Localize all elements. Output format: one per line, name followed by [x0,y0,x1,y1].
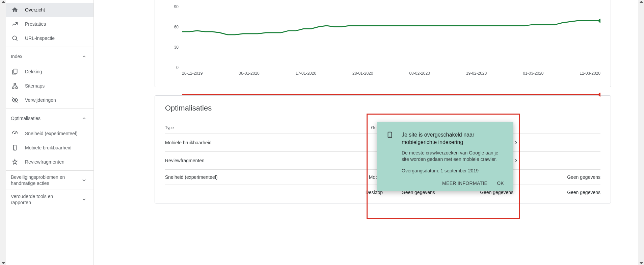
cell-trend: Geen gegevens [513,185,600,200]
home-icon [11,6,18,13]
svg-rect-2 [14,83,16,85]
svg-point-0 [12,36,17,40]
chevron-right-icon [513,152,600,170]
chevron-down-icon [81,177,87,183]
visibility-off-icon [11,97,18,103]
x-tick-label: 01-03-2020 [523,71,543,78]
toast-date: Overgangsdatum: 1 september 2019 [402,168,504,174]
section-label: Verouderde tools en rapporten [11,193,72,206]
svg-rect-4 [16,87,18,88]
svg-point-7 [15,133,16,134]
trending-up-icon [11,21,18,27]
nav-item-removals[interactable]: Verwijderingen [6,93,93,107]
y-tick-label: 30 [174,45,179,50]
section-header-index[interactable]: Index [6,48,93,65]
nav-item-overview[interactable]: Overzicht [6,3,93,17]
search-icon [11,35,18,42]
divider [6,109,93,109]
sidebar: Overzicht Prestaties URL-inspectie Index… [6,0,94,265]
coverage-chart [182,7,600,97]
pages-icon [11,68,18,75]
section-header-legacy[interactable]: Verouderde tools en rapporten [6,191,93,208]
cell-type: Snelheid (experimenteel) [165,170,318,185]
chevron-right-icon [513,134,600,152]
x-tick-label: 19-02-2020 [466,71,487,78]
smartphone-icon [11,144,18,151]
chart-card: 9060300 26-12-201906-01-202017-01-202028… [155,0,611,87]
x-tick-label: 08-02-2020 [409,71,430,78]
svg-rect-3 [12,87,14,88]
notification-toast: Je site is overgeschakeld naar mobielger… [377,122,513,191]
nav-label: Sitemaps [25,83,45,89]
x-tick-label: 12-03-2020 [580,71,600,78]
nav-label: Mobiele bruikbaarheid [25,145,72,150]
nav-label: Verwijderingen [25,97,56,103]
svg-rect-1 [14,69,17,74]
y-tick-label: 60 [174,25,179,29]
nav-item-review-snippets[interactable]: Reviewfragmenten [6,155,93,169]
nav-label: Prestaties [25,21,46,27]
chevron-down-icon [81,197,87,202]
nav-label: Snelheid (experimenteel) [25,131,78,136]
svg-point-11 [598,93,600,97]
nav-label: URL-inspectie [25,35,55,41]
chevron-up-icon [81,116,87,121]
nav-item-coverage[interactable]: Dekking [6,65,93,79]
chevron-up-icon [81,54,87,59]
card-title: Optimalisaties [165,104,600,113]
cell-type: Reviewfragmenten [165,152,318,170]
smartphone-icon [386,131,394,186]
nav-item-speed[interactable]: Snelheid (experimenteel) [6,126,93,141]
snippet-icon [11,159,18,165]
speedometer-icon [11,130,18,137]
section-label: Beveiligingsproblemen en handmatige acti… [11,174,72,186]
divider [6,190,93,190]
section-header-security[interactable]: Beveiligingsproblemen en handmatige acti… [6,172,93,188]
nav-item-performance[interactable]: Prestaties [6,17,93,31]
nav-item-sitemaps[interactable]: Sitemaps [6,79,93,93]
col-type: Type [165,123,318,134]
nav-item-mobile-usability[interactable]: Mobiele bruikbaarheid [6,141,93,155]
x-axis-labels: 26-12-201906-01-202017-01-202028-01-2020… [182,71,600,78]
section-label: Index [11,54,22,59]
divider [6,47,93,47]
x-tick-label: 26-12-2019 [182,71,203,78]
nav-item-url-inspect[interactable]: URL-inspectie [6,31,93,45]
x-tick-label: 17-01-2020 [296,71,316,78]
section-label: Optimalisaties [11,116,41,121]
col-valid: Geldig [318,123,383,134]
divider [6,170,93,171]
svg-point-10 [598,19,600,23]
sidebar-scrollbar[interactable] [0,0,6,265]
main-scrollbar[interactable] [638,0,644,265]
nav-label: Overzicht [25,7,45,13]
x-tick-label: 06-01-2020 [239,71,259,78]
cell-valid: 0 [318,152,383,170]
cell-valid: 34 [318,134,383,152]
nav-label: Reviewfragmenten [25,159,64,165]
toast-title: Je site is overgeschakeld naar mobielger… [402,131,504,146]
y-tick-label: 90 [174,4,179,9]
cell-device: Mobiel [318,170,383,185]
nav-label: Dekking [25,69,42,74]
ok-button[interactable]: OK [497,180,504,186]
toast-body-text: De meeste crawlverzoeken van Google aan … [402,150,504,163]
section-header-optim[interactable]: Optimalisaties [6,110,93,126]
more-info-button[interactable]: MEER INFORMATIE [442,180,487,186]
cell-device: Desktop [318,185,383,200]
sitemap-icon [11,82,18,89]
main-content: 9060300 26-12-201906-01-202017-01-202028… [94,0,638,265]
cell-type: Mobiele bruikbaarheid [165,134,318,152]
cell-trend: Geen gegevens [513,170,600,185]
x-tick-label: 28-01-2020 [352,71,373,78]
y-tick-label: 0 [176,65,179,70]
